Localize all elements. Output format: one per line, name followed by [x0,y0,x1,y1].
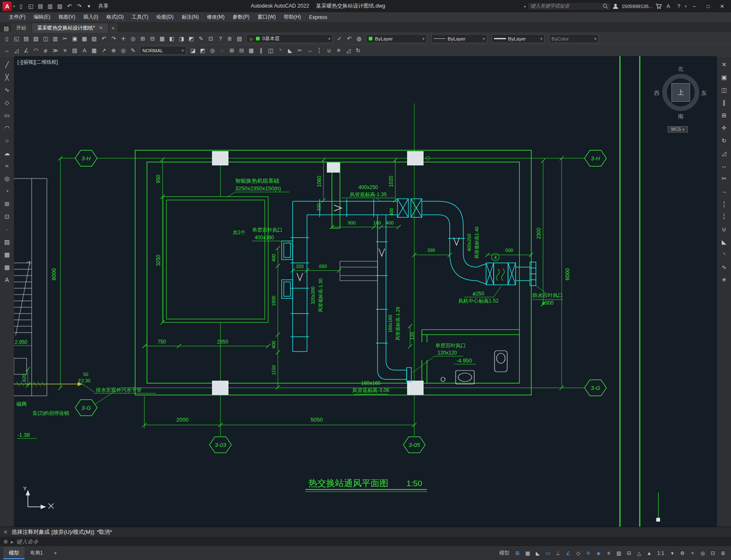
chamfer-icon[interactable]: ◣ [285,46,295,55]
construction-line-icon[interactable]: ╳ [2,73,12,82]
polyline-icon[interactable]: ∿ [2,85,12,95]
scale-icon[interactable]: ◿ [719,149,729,158]
clean-screen-icon[interactable]: ⊡ [708,549,717,557]
save-as-icon[interactable]: ▥ [46,2,55,11]
array-icon[interactable]: ▦ [247,46,256,55]
share-button[interactable]: 共享 [95,3,112,10]
make-object-layer-current-icon[interactable]: ✓ [335,35,344,43]
new-tab-button[interactable]: ＋ [109,23,117,32]
help-icon[interactable]: ? [216,35,225,43]
cut-icon[interactable]: ✂ [60,35,70,43]
infer-constraints-icon[interactable]: ◣ [533,549,542,557]
sheet-set-manager-icon[interactable]: ◩ [187,35,196,43]
polygon-icon[interactable]: ◇ [2,98,12,107]
viewcube-south[interactable]: 南 [656,113,706,120]
layer-properties-icon[interactable]: ≣ [225,35,234,43]
explode-icon[interactable]: ✳ [719,275,729,284]
drawing-canvas[interactable]: 3-H3-H3-G3-G3-033-05 9503250600060001060… [14,56,717,527]
zoom-window-icon[interactable]: ⊞ [138,35,147,43]
undo-icon[interactable]: ↶ [65,2,74,11]
menu-draw[interactable]: 绘图(D) [152,12,177,22]
account-name[interactable]: 1505999135... [620,4,655,9]
gradient-icon[interactable]: ▩ [2,250,12,259]
region-icon[interactable]: ▦ [2,262,12,272]
color-combo[interactable]: ByLayer ▾ [366,34,427,43]
ortho-icon[interactable]: ⊥ [553,549,563,557]
match-properties-icon[interactable]: ▧ [90,35,99,43]
join-icon[interactable]: ∪ [719,225,729,234]
markup-icon[interactable]: ✎ [196,35,206,43]
viewport-controls[interactable]: [-][俯视][二维线框] [17,59,58,66]
annotation-monitor-icon[interactable]: + [688,549,697,557]
array-icon[interactable]: ⊞ [719,111,729,120]
copy-icon[interactable]: ▣ [719,73,729,82]
center-mark-icon[interactable]: ◎ [119,46,128,55]
autodesk-account-icon[interactable]: A [663,2,673,11]
qdim-icon[interactable]: ▤ [70,46,79,55]
dim-linear-icon[interactable]: ↔ [2,46,11,55]
dropdown-caret-icon[interactable]: ▾ [182,49,184,53]
blend-curves-icon[interactable]: ∿ [719,262,729,272]
open-icon[interactable]: ◱ [26,2,35,11]
break-icon[interactable]: ╎ [719,212,729,221]
app-menu-caret-icon[interactable]: ▾ [13,4,15,8]
zoom-realtime-icon[interactable]: ◎ [128,35,138,43]
mirror-icon[interactable]: ◫ [266,46,275,55]
zoom-previous-icon[interactable]: ⊟ [148,35,157,43]
model-space-toggle[interactable]: 模型 [497,549,512,557]
dim-baseline-icon[interactable]: ≡ [60,46,70,55]
menu-view[interactable]: 视图(V) [54,12,79,22]
tool-palettes-icon[interactable]: ◨ [177,35,186,43]
mleader-icon[interactable]: ↗ [99,46,109,55]
menu-tools[interactable]: 工具(T) [128,12,152,22]
menu-file[interactable]: 文件(F) [5,12,29,22]
circle-icon[interactable]: ○ [2,136,12,145]
make-block-icon[interactable]: ⊡ [2,212,12,221]
pan-icon[interactable]: ✛ [119,35,128,43]
copy-clip-icon[interactable]: ▣ [70,35,79,43]
revision-cloud-icon[interactable]: ☁ [2,149,12,158]
fillet-icon[interactable]: ◝ [719,250,729,259]
dropdown-caret-icon[interactable]: ▾ [328,37,330,41]
tab-document[interactable]: 某采暖热交换站设计图纸* ✕ [32,23,108,32]
designcenter-icon[interactable]: ◧ [167,35,177,43]
isolate-objects-icon[interactable]: ◎ [698,549,707,557]
snap-mode-icon[interactable]: ▦ [523,549,532,557]
plot-preview-icon[interactable]: ◫ [41,35,50,43]
layer-isolate-icon[interactable]: ◍ [354,35,364,43]
dropdown-caret-icon[interactable]: ▾ [594,37,596,41]
grid-icon[interactable]: ⊞ [513,549,522,557]
menu-dimension[interactable]: 标注(N) [178,12,203,22]
explode-icon[interactable]: ✳ [334,46,343,55]
break-at-point-icon[interactable]: ¦ [719,199,729,208]
wcs-menu[interactable]: WCS ▾ [668,126,688,133]
polar-tracking-icon[interactable]: ∠ [563,549,573,557]
line-icon[interactable]: ╱ [2,60,12,69]
dim-diameter-icon[interactable]: ⌀ [41,46,50,55]
command-close-icon[interactable]: ✕ [3,529,8,535]
rotate-icon[interactable]: ↻ [353,46,363,55]
draw-order-front-icon[interactable]: ◪ [188,46,198,55]
rotate-icon[interactable]: ↻ [719,136,729,145]
menu-express[interactable]: Express [305,13,331,22]
paste-icon[interactable]: ▩ [80,35,89,43]
redo-icon[interactable]: ↷ [75,2,84,11]
offset-icon[interactable]: ∥ [256,46,266,55]
new-layout-button[interactable]: + [49,548,63,559]
save-icon[interactable]: ▤ [36,2,45,11]
trim-icon[interactable]: ✂ [719,174,729,183]
menu-insert[interactable]: 插入(I) [79,12,102,22]
dropdown-caret-icon[interactable]: ▾ [422,37,424,41]
ungroup-icon[interactable]: ⊟ [237,46,246,55]
plot-icon[interactable]: ▨ [55,2,65,11]
arc-icon[interactable]: ◠ [2,123,12,133]
layer-states-icon[interactable]: ▤ [235,35,244,43]
help-menu-icon[interactable]: ? [674,2,683,11]
search-input[interactable]: 键入关键字或短语 [527,2,611,11]
transparency-icon[interactable]: ▨ [614,549,623,557]
command-customize-icon[interactable]: ⚙ [3,539,8,545]
dim-edit-icon[interactable]: ✎ [128,46,138,55]
menu-format[interactable]: 格式(O) [103,12,128,22]
menu-modify[interactable]: 修改(M) [203,12,228,22]
chevron-right-icon[interactable]: ▸ [524,4,526,8]
